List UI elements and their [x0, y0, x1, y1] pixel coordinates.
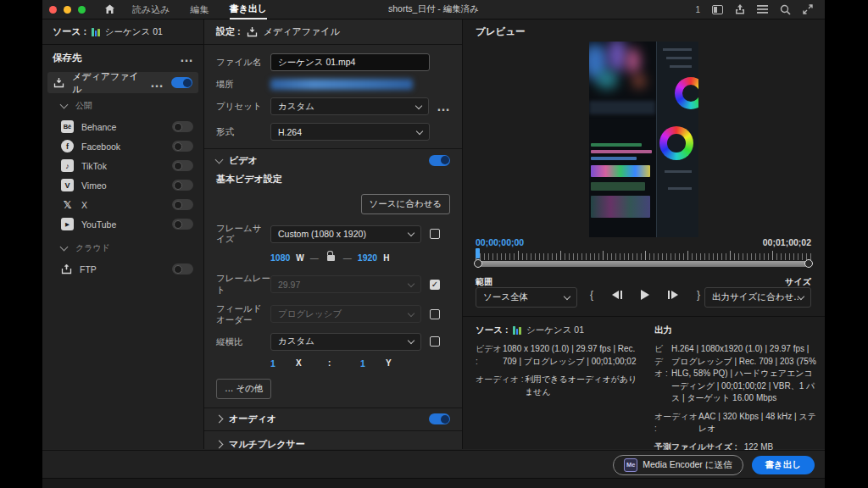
sequence-icon [92, 28, 100, 36]
destination-item-ftp[interactable]: FTP [42, 259, 203, 279]
destination-item-vimeo[interactable]: V Vimeo [42, 175, 203, 195]
facebook-icon: f [61, 140, 74, 152]
tab-export[interactable]: 書き出し [230, 0, 268, 19]
maximize-window-button[interactable] [78, 6, 86, 14]
menu-icon[interactable] [757, 5, 768, 14]
tab-edit[interactable]: 編集 [191, 1, 209, 19]
video-toggle[interactable] [429, 155, 450, 166]
home-icon[interactable] [104, 4, 115, 14]
video-section-header[interactable]: ビデオ [204, 148, 462, 171]
location-row: 場所 [216, 79, 450, 90]
aspect-ratio-dropdown[interactable]: カスタム [270, 333, 421, 351]
aspect-ratio-label: 縦横比 [216, 336, 270, 347]
play-button[interactable] [641, 290, 649, 300]
minimize-window-button[interactable] [64, 6, 71, 14]
export-button[interactable]: 書き出し [752, 456, 815, 474]
share-icon[interactable] [735, 4, 745, 15]
youtube-toggle[interactable] [172, 219, 193, 230]
size-label: サイズ [785, 276, 811, 288]
audio-section-header[interactable]: オーディオ [204, 408, 462, 430]
set-in-point-button[interactable]: { [590, 289, 593, 301]
close-window-button[interactable] [49, 6, 57, 14]
facebook-label: Facebook [81, 141, 120, 152]
quick-export-icon[interactable] [780, 4, 791, 15]
output-video-info: ビデオ : H.264 | 1080x1920 (1.0) | 29.97 fp… [654, 343, 817, 405]
preview-thumbnail [589, 42, 698, 237]
x-icon: 𝕏 [61, 198, 74, 211]
cloud-section-header[interactable]: クラウド [42, 237, 203, 259]
info-source-name: シーケンス 01 [526, 324, 584, 336]
ftp-icon [61, 263, 72, 274]
facebook-toggle[interactable] [172, 141, 193, 152]
send-to-media-encoder-button[interactable]: Me Media Encoder に送信 [613, 455, 743, 475]
preset-row: プリセット カスタム … [216, 97, 450, 115]
fullscreen-icon[interactable] [803, 4, 813, 14]
destination-item-media-file[interactable]: メディアファイル … [47, 72, 198, 93]
tab-import[interactable]: 読み込み [132, 1, 170, 19]
destination-sidebar: ソース : シーケンス 01 保存先 … メディアファイル … 公開 Bē Be… [42, 19, 204, 449]
media-file-toggle[interactable] [171, 77, 192, 88]
workspace-badge: 1 [695, 5, 700, 14]
destination-item-tiktok[interactable]: ♪ TikTok [42, 156, 203, 175]
behance-toggle[interactable] [172, 121, 193, 132]
filename-input[interactable]: シーケンス 01.mp4 [270, 53, 430, 71]
chevron-down-icon [408, 310, 415, 317]
media-file-icon [53, 77, 64, 88]
range-label: 範囲 [476, 276, 492, 288]
link-lock-icon[interactable] [327, 255, 335, 261]
location-link[interactable] [270, 79, 413, 90]
timeline-ruler[interactable] [476, 253, 811, 267]
media-file-overflow-icon[interactable]: … [150, 75, 164, 91]
x-toggle[interactable] [172, 199, 193, 210]
filename-row: ファイル名 シーケンス 01.mp4 [216, 53, 450, 71]
vimeo-toggle[interactable] [172, 180, 193, 191]
height-value[interactable]: 1920 [358, 252, 377, 263]
multiplexer-section-label: マルチプレクサー [229, 439, 307, 450]
range-bar[interactable] [476, 261, 811, 267]
publish-section-header[interactable]: 公開 [42, 95, 203, 117]
set-out-point-button[interactable]: } [697, 289, 700, 301]
vimeo-label: Vimeo [81, 180, 107, 191]
height-unit: H [383, 253, 389, 263]
par-x-value[interactable]: 1 [270, 358, 296, 369]
audio-toggle[interactable] [429, 413, 450, 424]
range-dropdown[interactable]: ソース全体 [476, 287, 577, 308]
destination-header-row: 保存先 … [42, 45, 203, 70]
more-options-button[interactable]: … その他 [216, 379, 271, 399]
destination-overflow-icon[interactable]: … [180, 50, 193, 65]
format-row: 形式 H.264 [216, 123, 450, 141]
chevron-down-icon [408, 337, 415, 344]
destination-item-behance[interactable]: Bē Behance [42, 117, 203, 136]
par-y-value[interactable]: 1 [360, 358, 386, 369]
destination-item-youtube[interactable]: ▶ YouTube [42, 214, 203, 234]
preset-dropdown[interactable]: カスタム [270, 97, 429, 115]
ftp-toggle[interactable] [172, 263, 193, 274]
vimeo-icon: V [61, 179, 74, 191]
video-section-label: ビデオ [229, 154, 258, 167]
frame-rate-dropdown: 29.97 [270, 275, 421, 293]
tiktok-toggle[interactable] [172, 160, 193, 171]
youtube-label: YouTube [81, 219, 116, 230]
aspect-ratio-checkbox[interactable] [430, 336, 440, 347]
width-value[interactable]: 1080 [270, 252, 290, 263]
frame-size-dropdown[interactable]: Custom (1080 x 1920) [270, 225, 421, 243]
layout-panel-icon[interactable] [712, 5, 723, 14]
match-source-button[interactable]: ソースに合わせる [361, 194, 450, 214]
playhead[interactable] [476, 248, 480, 258]
step-forward-button[interactable] [668, 291, 678, 299]
field-order-checkbox[interactable] [430, 309, 440, 319]
frame-rate-checkbox[interactable]: ✓ [430, 280, 440, 290]
destination-item-facebook[interactable]: f Facebook [42, 136, 203, 156]
output-header: 出力 [654, 324, 817, 336]
out-point-handle[interactable] [804, 259, 813, 268]
step-back-button[interactable] [612, 291, 622, 299]
size-dropdown[interactable]: 出力サイズに合わせ… [704, 287, 811, 308]
preset-overflow-icon[interactable]: … [437, 99, 450, 114]
titlebar: 読み込み 編集 書き出し shorts_日付 - 編集済み 1 [42, 0, 825, 19]
preview-panel: プレビュー 00;00;00;00 00;01;00;02 [463, 19, 825, 449]
in-point-handle[interactable] [474, 259, 482, 268]
frame-size-checkbox[interactable] [430, 229, 440, 239]
preview-header: プレビュー [476, 25, 526, 38]
format-dropdown[interactable]: H.264 [270, 123, 430, 141]
destination-item-x[interactable]: 𝕏 X [42, 195, 203, 214]
